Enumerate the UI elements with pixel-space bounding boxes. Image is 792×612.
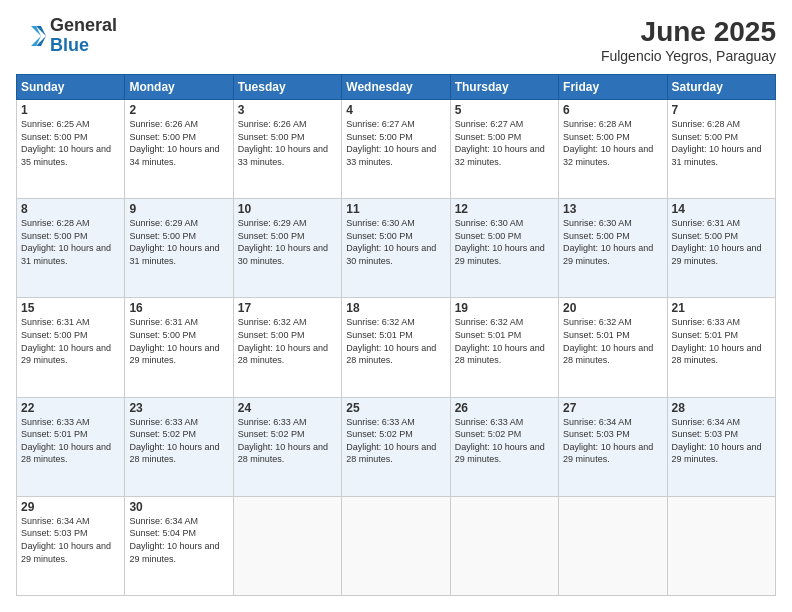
day-number: 4 [346,103,445,117]
cell-info: Sunrise: 6:25 AMSunset: 5:00 PMDaylight:… [21,118,120,168]
calendar-week-row: 22Sunrise: 6:33 AMSunset: 5:01 PMDayligh… [17,397,776,496]
cell-info: Sunrise: 6:30 AMSunset: 5:00 PMDaylight:… [346,217,445,267]
day-number: 20 [563,301,662,315]
cell-info: Sunrise: 6:33 AMSunset: 5:02 PMDaylight:… [455,416,554,466]
calendar-cell: 7Sunrise: 6:28 AMSunset: 5:00 PMDaylight… [667,100,775,199]
day-number: 13 [563,202,662,216]
title-block: June 2025 Fulgencio Yegros, Paraguay [601,16,776,64]
day-number: 21 [672,301,771,315]
cell-info: Sunrise: 6:28 AMSunset: 5:00 PMDaylight:… [21,217,120,267]
cell-info: Sunrise: 6:33 AMSunset: 5:01 PMDaylight:… [672,316,771,366]
calendar-cell: 5Sunrise: 6:27 AMSunset: 5:00 PMDaylight… [450,100,558,199]
day-number: 23 [129,401,228,415]
calendar-cell: 4Sunrise: 6:27 AMSunset: 5:00 PMDaylight… [342,100,450,199]
cell-info: Sunrise: 6:32 AMSunset: 5:01 PMDaylight:… [346,316,445,366]
day-number: 5 [455,103,554,117]
calendar-cell: 13Sunrise: 6:30 AMSunset: 5:00 PMDayligh… [559,199,667,298]
calendar-cell: 23Sunrise: 6:33 AMSunset: 5:02 PMDayligh… [125,397,233,496]
cell-info: Sunrise: 6:33 AMSunset: 5:02 PMDaylight:… [346,416,445,466]
cell-info: Sunrise: 6:30 AMSunset: 5:00 PMDaylight:… [455,217,554,267]
day-number: 10 [238,202,337,216]
cell-info: Sunrise: 6:32 AMSunset: 5:01 PMDaylight:… [563,316,662,366]
col-header-friday: Friday [559,75,667,100]
calendar-cell: 22Sunrise: 6:33 AMSunset: 5:01 PMDayligh… [17,397,125,496]
cell-info: Sunrise: 6:31 AMSunset: 5:00 PMDaylight:… [129,316,228,366]
cell-info: Sunrise: 6:34 AMSunset: 5:04 PMDaylight:… [129,515,228,565]
calendar-week-row: 8Sunrise: 6:28 AMSunset: 5:00 PMDaylight… [17,199,776,298]
cell-info: Sunrise: 6:32 AMSunset: 5:00 PMDaylight:… [238,316,337,366]
calendar-cell: 1Sunrise: 6:25 AMSunset: 5:00 PMDaylight… [17,100,125,199]
day-number: 8 [21,202,120,216]
day-number: 16 [129,301,228,315]
calendar-cell: 29Sunrise: 6:34 AMSunset: 5:03 PMDayligh… [17,496,125,595]
calendar-cell: 15Sunrise: 6:31 AMSunset: 5:00 PMDayligh… [17,298,125,397]
calendar-cell: 20Sunrise: 6:32 AMSunset: 5:01 PMDayligh… [559,298,667,397]
calendar-cell [450,496,558,595]
day-number: 25 [346,401,445,415]
calendar-week-row: 29Sunrise: 6:34 AMSunset: 5:03 PMDayligh… [17,496,776,595]
day-number: 11 [346,202,445,216]
day-number: 9 [129,202,228,216]
day-number: 28 [672,401,771,415]
calendar-cell: 17Sunrise: 6:32 AMSunset: 5:00 PMDayligh… [233,298,341,397]
col-header-monday: Monday [125,75,233,100]
calendar-cell: 6Sunrise: 6:28 AMSunset: 5:00 PMDaylight… [559,100,667,199]
day-number: 24 [238,401,337,415]
logo: General Blue [16,16,117,56]
cell-info: Sunrise: 6:26 AMSunset: 5:00 PMDaylight:… [238,118,337,168]
cell-info: Sunrise: 6:33 AMSunset: 5:02 PMDaylight:… [129,416,228,466]
day-number: 26 [455,401,554,415]
day-number: 17 [238,301,337,315]
calendar-cell: 24Sunrise: 6:33 AMSunset: 5:02 PMDayligh… [233,397,341,496]
calendar-cell [559,496,667,595]
day-number: 30 [129,500,228,514]
cell-info: Sunrise: 6:33 AMSunset: 5:02 PMDaylight:… [238,416,337,466]
cell-info: Sunrise: 6:34 AMSunset: 5:03 PMDaylight:… [563,416,662,466]
header: General Blue June 2025 Fulgencio Yegros,… [16,16,776,64]
calendar-cell: 26Sunrise: 6:33 AMSunset: 5:02 PMDayligh… [450,397,558,496]
day-number: 3 [238,103,337,117]
calendar-cell: 11Sunrise: 6:30 AMSunset: 5:00 PMDayligh… [342,199,450,298]
cell-info: Sunrise: 6:30 AMSunset: 5:00 PMDaylight:… [563,217,662,267]
calendar-cell: 18Sunrise: 6:32 AMSunset: 5:01 PMDayligh… [342,298,450,397]
day-number: 19 [455,301,554,315]
calendar-cell: 30Sunrise: 6:34 AMSunset: 5:04 PMDayligh… [125,496,233,595]
col-header-sunday: Sunday [17,75,125,100]
calendar-cell: 12Sunrise: 6:30 AMSunset: 5:00 PMDayligh… [450,199,558,298]
calendar-week-row: 1Sunrise: 6:25 AMSunset: 5:00 PMDaylight… [17,100,776,199]
cell-info: Sunrise: 6:34 AMSunset: 5:03 PMDaylight:… [21,515,120,565]
day-number: 2 [129,103,228,117]
cell-info: Sunrise: 6:29 AMSunset: 5:00 PMDaylight:… [238,217,337,267]
calendar-cell [667,496,775,595]
cell-info: Sunrise: 6:29 AMSunset: 5:00 PMDaylight:… [129,217,228,267]
calendar-cell: 3Sunrise: 6:26 AMSunset: 5:00 PMDaylight… [233,100,341,199]
logo-blue-text: Blue [50,36,117,56]
day-number: 1 [21,103,120,117]
calendar-cell: 9Sunrise: 6:29 AMSunset: 5:00 PMDaylight… [125,199,233,298]
month-title: June 2025 [601,16,776,48]
calendar-cell: 27Sunrise: 6:34 AMSunset: 5:03 PMDayligh… [559,397,667,496]
day-number: 14 [672,202,771,216]
page: General Blue June 2025 Fulgencio Yegros,… [0,0,792,612]
calendar-cell: 28Sunrise: 6:34 AMSunset: 5:03 PMDayligh… [667,397,775,496]
calendar-cell [233,496,341,595]
col-header-wednesday: Wednesday [342,75,450,100]
day-number: 7 [672,103,771,117]
cell-info: Sunrise: 6:27 AMSunset: 5:00 PMDaylight:… [346,118,445,168]
logo-general-text: General [50,16,117,36]
cell-info: Sunrise: 6:34 AMSunset: 5:03 PMDaylight:… [672,416,771,466]
calendar-cell [342,496,450,595]
cell-info: Sunrise: 6:32 AMSunset: 5:01 PMDaylight:… [455,316,554,366]
cell-info: Sunrise: 6:31 AMSunset: 5:00 PMDaylight:… [672,217,771,267]
calendar-cell: 19Sunrise: 6:32 AMSunset: 5:01 PMDayligh… [450,298,558,397]
calendar-week-row: 15Sunrise: 6:31 AMSunset: 5:00 PMDayligh… [17,298,776,397]
calendar-cell: 10Sunrise: 6:29 AMSunset: 5:00 PMDayligh… [233,199,341,298]
day-number: 15 [21,301,120,315]
calendar-cell: 2Sunrise: 6:26 AMSunset: 5:00 PMDaylight… [125,100,233,199]
cell-info: Sunrise: 6:31 AMSunset: 5:00 PMDaylight:… [21,316,120,366]
logo-icon [16,21,46,51]
day-number: 18 [346,301,445,315]
cell-info: Sunrise: 6:33 AMSunset: 5:01 PMDaylight:… [21,416,120,466]
day-number: 22 [21,401,120,415]
day-number: 12 [455,202,554,216]
